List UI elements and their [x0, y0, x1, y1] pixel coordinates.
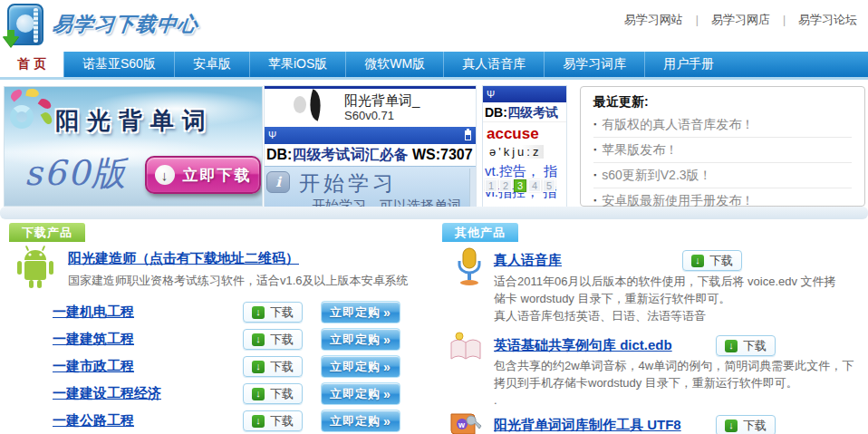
download-arrow-icon: ↓	[252, 333, 265, 346]
screenshot-db-row: DB:四级考试词汇必备 WS:7307	[265, 144, 476, 166]
nav-tab-manual[interactable]: 用户手册	[644, 52, 732, 77]
updates-title: 最近更新:	[593, 94, 852, 111]
chevron-right-icon: »	[383, 305, 391, 320]
open-book-icon	[448, 332, 484, 368]
other-item-link-voice[interactable]: 真人语音库	[494, 252, 562, 269]
battery-icon	[465, 130, 471, 140]
nav-tab-home[interactable]: 首 页	[0, 52, 63, 77]
link-separator: |	[696, 14, 699, 26]
antenna-icon: Ψ	[268, 129, 276, 141]
download-button[interactable]: ↓下载	[243, 329, 303, 350]
chevron-right-icon: »	[383, 387, 391, 401]
tab-other-products[interactable]: 其他产品	[442, 223, 518, 242]
link-forum[interactable]: 易学习论坛	[798, 12, 857, 28]
item-link[interactable]: 一建建设工程经济	[53, 385, 161, 402]
download-arrow-icon: ↓	[252, 388, 265, 400]
nav-tab-android[interactable]: 安卓版	[174, 52, 249, 77]
product-link-builder[interactable]: 阳光建造师（点击有下载地址二维码）	[68, 250, 299, 267]
app-screenshot-word: Ψ DB:四级考试 accuse ə'kju:z vt.控告， 指 vi.指控，…	[483, 86, 566, 207]
page-number: 2	[499, 179, 512, 192]
download-button[interactable]: ↓下载	[243, 410, 303, 431]
screenshot-pagination: 1 2 3 4 5	[485, 179, 555, 192]
chevron-right-icon: »	[383, 333, 391, 347]
download-arrow-icon: ↓	[252, 415, 265, 428]
other-item-description: 适合2011年06月以后版本的软件使用，下载后将 voice.edv 文件拷 储…	[494, 273, 868, 324]
svg-text:w: w	[458, 420, 466, 429]
android-robot-icon	[14, 245, 56, 295]
update-item[interactable]: ▪有版权的真人语音库发布！	[593, 112, 852, 138]
page-number: 5	[543, 179, 555, 192]
download-row: 一建市政工程 ↓下载 立即定购»	[0, 355, 433, 379]
nav-tab-s60[interactable]: 诺基亚S60版	[63, 52, 174, 77]
antenna-icon: Ψ	[487, 88, 495, 101]
bullet-icon: ▪	[593, 170, 596, 179]
screenshot-app-version: S60v0.71	[344, 109, 394, 122]
bullet-icon: ▪	[593, 145, 596, 154]
chevron-right-icon: »	[383, 360, 391, 374]
product-description: 国家建造师职业资格考试练习软件，适合v1.6及以上版本安卓系统	[68, 273, 409, 289]
download-row: 一建公路工程 ↓下载 立即定购»	[0, 410, 433, 433]
banner-download-button[interactable]: ↓ 立即下载	[145, 156, 261, 194]
bullet-icon: ▪	[593, 196, 596, 205]
nav-tab-voice[interactable]: 真人语音库	[443, 52, 544, 77]
nav-tab-dict[interactable]: 易学习词库	[544, 52, 644, 77]
tab-download-products[interactable]: 下载产品	[9, 223, 85, 242]
link-store[interactable]: 易学习网店	[711, 12, 770, 28]
download-row: 一建建筑工程 ↓下载 立即定购»	[0, 328, 433, 352]
main-nav: 首 页 诺基亚S60版 安卓版 苹果iOS版 微软WM版 真人语音库 易学习词库…	[0, 52, 868, 77]
site-title: 易学习下载中心	[51, 11, 199, 38]
download-button[interactable]: ↓下载	[243, 302, 303, 323]
order-button[interactable]: 立即定购»	[321, 410, 400, 432]
order-button[interactable]: 立即定购»	[321, 328, 400, 351]
page-number-active: 3	[514, 179, 526, 192]
screenshot2-db-row: DB:四级考试	[483, 102, 566, 122]
download-button[interactable]: ↓下载	[716, 335, 776, 356]
info-icon: i	[266, 171, 290, 193]
link-website[interactable]: 易学习网站	[624, 12, 683, 28]
screenshot-phonetic: ə'kju:z	[487, 145, 544, 159]
item-link[interactable]: 一建市政工程	[53, 358, 134, 375]
order-button[interactable]: 立即定购»	[321, 355, 400, 378]
item-link[interactable]: 一建建筑工程	[53, 331, 134, 348]
download-button[interactable]: ↓下载	[243, 356, 303, 377]
other-item-link-dict[interactable]: 英语基础共享例句库 dict.edb	[494, 337, 672, 354]
order-button[interactable]: 立即定购»	[321, 382, 400, 405]
update-item[interactable]: ▪s60更新到V2.3版！	[593, 163, 852, 188]
page-number: 1	[485, 179, 497, 192]
download-arrow-icon: ↓	[252, 306, 265, 319]
nav-underline	[0, 77, 868, 80]
promo-banner: 阳光背单词 s60版 ↓ 立即下载	[4, 86, 263, 207]
download-arrow-icon: ↓	[725, 420, 738, 432]
other-item-link-tool[interactable]: 阳光背单词词库制作工具 UTF8	[494, 417, 681, 434]
link-separator: |	[783, 14, 786, 26]
download-arrow-icon: ↓	[252, 361, 265, 373]
screenshot-app-title: 阳光背单词_	[344, 92, 420, 110]
item-link[interactable]: 一建机电工程	[53, 304, 134, 321]
app-screenshot-main: 阳光背单词_ S60v0.71 Ψ DB:四级考试词汇必备 WS:7307 i …	[265, 86, 476, 207]
toolbook-icon: w	[448, 410, 482, 434]
screenshot-scrollbar	[469, 169, 476, 207]
order-button[interactable]: 立即定购»	[321, 301, 400, 323]
screenshot-word: accuse	[487, 125, 566, 143]
chevron-right-icon: »	[383, 414, 391, 429]
download-arrow-icon: ↓	[691, 255, 704, 267]
hero-row: 阳光背单词 s60版 ↓ 立即下载 阳光背单词_ S60v0.71 Ψ DB:四…	[0, 86, 868, 207]
download-row: 一建建设工程经济 ↓下载 立即定购»	[0, 382, 433, 406]
nav-tab-wm[interactable]: 微软WM版	[345, 52, 443, 77]
nav-tab-ios[interactable]: 苹果iOS版	[249, 52, 345, 77]
banner-title: 阳光背单词	[55, 105, 214, 137]
screenshot-meaning-vt: vt.控告， 指	[485, 163, 566, 180]
update-item[interactable]: ▪苹果版发布！	[593, 138, 852, 163]
download-row: 一建机电工程 ↓下载 立即定购»	[0, 301, 433, 324]
page-number: 4	[528, 179, 541, 192]
item-link[interactable]: 一建公路工程	[53, 412, 134, 429]
screenshot-menu-title: 开始学习	[299, 169, 397, 198]
download-arrow-icon: ↓	[725, 340, 738, 352]
download-button[interactable]: ↓下载	[243, 383, 303, 404]
app-logo-swoosh-icon	[304, 89, 326, 121]
download-button[interactable]: ↓下载	[682, 250, 742, 271]
microphone-icon	[453, 246, 486, 290]
flower-logo-icon	[5, 89, 55, 140]
download-button[interactable]: ↓下载	[716, 415, 776, 434]
site-logo[interactable]: 易学习下载中心	[7, 4, 198, 45]
